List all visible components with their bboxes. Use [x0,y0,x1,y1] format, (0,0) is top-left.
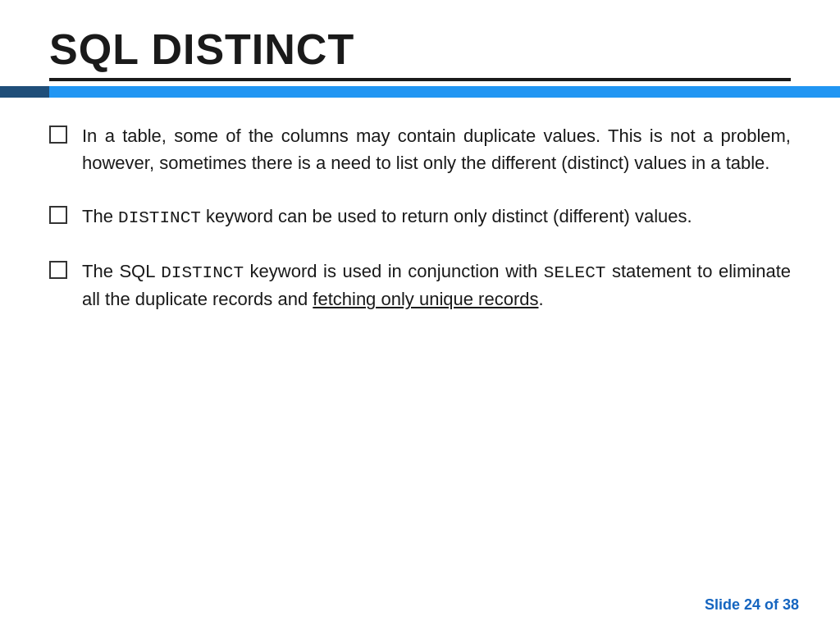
slide-title: SQL DISTINCT [49,26,791,73]
bullet-checkbox-1 [49,126,67,144]
title-part2: DISTINCT [151,25,354,73]
slide-container: SQL DISTINCT In a table, some of the col… [0,0,840,630]
code-distinct-1: DISTINCT [118,208,201,227]
code-select: SELECT [544,263,606,282]
title-part1: SQL [49,25,151,73]
title-underline [49,78,791,81]
title-section: SQL DISTINCT [0,0,840,81]
bullet-text-2: The DISTINCT keyword can be used to retu… [82,203,791,231]
bullet-item-2: The DISTINCT keyword can be used to retu… [49,203,791,231]
bullet-text-3: The SQL DISTINCT keyword is used in conj… [82,258,791,313]
slide-number: Slide 24 of 38 [705,596,799,614]
bullet-item-1: In a table, some of the columns may cont… [49,122,791,176]
bullet-item-3: The SQL DISTINCT keyword is used in conj… [49,258,791,313]
bullet-checkbox-2 [49,206,67,224]
link-fetching-unique[interactable]: fetching only unique records [313,289,538,309]
bullet-text-1: In a table, some of the columns may cont… [82,122,791,176]
code-distinct-2: DISTINCT [161,263,244,282]
content-section: In a table, some of the columns may cont… [0,98,840,355]
color-bar-dark [0,86,49,98]
slide-number-label: Slide 24 of 38 [705,596,799,613]
color-bar-bright [49,86,840,98]
color-bar [0,86,840,98]
bullet-checkbox-3 [49,261,67,279]
